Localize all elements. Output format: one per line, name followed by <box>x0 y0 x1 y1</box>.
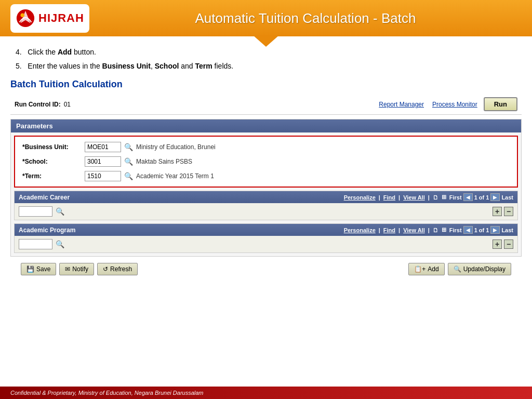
update-display-button[interactable]: 🔍 Update/Display <box>448 263 511 275</box>
academic-career-view-all-link[interactable]: View All <box>403 194 425 201</box>
notify-icon: ✉ <box>65 265 70 273</box>
run-control-bar: Run Control ID: 01 Report Manager Proces… <box>10 94 522 115</box>
parameters-header: Parameters <box>11 119 521 132</box>
header-notch <box>253 35 279 47</box>
school-search-icon[interactable]: 🔍 <box>124 157 133 166</box>
school-input[interactable] <box>85 156 121 167</box>
academic-program-title: Academic Program <box>19 227 75 234</box>
academic-career-next-btn[interactable]: ▶ <box>490 193 500 201</box>
school-description: Maktab Sains PSBS <box>136 158 192 165</box>
process-monitor-link[interactable]: Process Monitor <box>432 101 477 108</box>
refresh-button[interactable]: ↺ Refresh <box>97 263 138 275</box>
academic-career-personalize-link[interactable]: Personalize <box>344 194 376 201</box>
academic-career-header: Academic Career Personalize | Find | Vie… <box>15 191 517 203</box>
grid-icon-1: 🗋 <box>433 194 438 201</box>
add-icon: 📋+ <box>414 265 425 273</box>
footer: Confidential & Proprietary, Ministry of … <box>0 387 532 399</box>
school-row: *School: 🔍 Maktab Sains PSBS <box>22 156 510 167</box>
term-label: *Term: <box>22 172 85 180</box>
academic-program-personalize-link[interactable]: Personalize <box>344 227 376 233</box>
grid-icon-2: ⊞ <box>442 194 446 201</box>
academic-program-nav: First ◀ 1 of 1 ▶ Last <box>449 226 513 234</box>
academic-program-header: Academic Program Personalize | Find | Vi… <box>15 224 517 236</box>
academic-career-section: Academic Career Personalize | Find | Vie… <box>14 191 518 220</box>
add-button[interactable]: 📋+ Add <box>408 263 444 275</box>
academic-career-remove-btn[interactable]: − <box>504 207 513 216</box>
academic-career-prev-btn[interactable]: ◀ <box>463 193 473 201</box>
save-icon: 💾 <box>26 265 34 273</box>
academic-program-view-all-link[interactable]: View All <box>403 227 425 233</box>
run-control-links: Report Manager Process Monitor <box>379 101 477 108</box>
instruction-step5: 5. Enter the values in the Business Unit… <box>16 60 516 73</box>
run-control-value: 01 <box>64 101 71 108</box>
academic-program-remove-btn[interactable]: − <box>504 240 513 249</box>
form-panel: Parameters *Business Unit: 🔍 Ministry of… <box>10 119 522 257</box>
academic-program-next-btn[interactable]: ▶ <box>490 226 500 234</box>
business-unit-label: *Business Unit: <box>22 143 85 151</box>
business-unit-search-icon[interactable]: 🔍 <box>124 143 133 151</box>
run-control-label: Run Control ID: <box>15 101 61 108</box>
academic-career-controls: Personalize | Find | View All | 🗋 ⊞ Firs… <box>344 193 513 201</box>
svg-point-2 <box>21 14 25 18</box>
term-row: *Term: 🔍 Academic Year 2015 Term 1 <box>22 171 510 181</box>
parameters-fields: *Business Unit: 🔍 Ministry of Education,… <box>14 136 518 188</box>
run-button[interactable]: Run <box>484 97 517 111</box>
academic-career-add-remove: + − <box>493 207 513 216</box>
academic-career-nav: First ◀ 1 of 1 ▶ Last <box>449 193 513 201</box>
term-description: Academic Year 2015 Term 1 <box>136 172 214 180</box>
academic-career-find-link[interactable]: Find <box>383 194 395 201</box>
academic-program-search-icon[interactable]: 🔍 <box>56 240 64 248</box>
header: HIJRAH Automatic Tuition Calculation - B… <box>0 0 532 36</box>
term-search-icon[interactable]: 🔍 <box>124 172 133 180</box>
academic-program-body: 🔍 + − <box>15 236 517 252</box>
right-buttons: 📋+ Add 🔍 Update/Display <box>405 263 511 275</box>
business-unit-row: *Business Unit: 🔍 Ministry of Education,… <box>22 142 510 152</box>
academic-career-title: Academic Career <box>19 194 70 201</box>
grid-icon-3: 🗋 <box>433 227 438 233</box>
academic-career-body: 🔍 + − <box>15 203 517 220</box>
term-input[interactable] <box>85 171 121 181</box>
logo-text: HIJRAH <box>38 11 84 25</box>
academic-career-add-btn[interactable]: + <box>493 207 502 216</box>
header-title: Automatic Tuition Calculation - Batch <box>89 10 522 26</box>
academic-program-input[interactable] <box>19 239 52 249</box>
footer-text: Confidential & Proprietary, Ministry of … <box>10 390 204 396</box>
update-display-icon: 🔍 <box>454 265 461 273</box>
academic-program-prev-btn[interactable]: ◀ <box>463 226 473 234</box>
grid-icon-4: ⊞ <box>442 227 446 233</box>
save-button[interactable]: 💾 Save <box>21 263 56 275</box>
academic-career-input[interactable] <box>19 206 52 217</box>
notify-button[interactable]: ✉ Notify <box>59 263 94 275</box>
logo-icon <box>16 8 35 28</box>
logo-area: HIJRAH <box>10 4 89 33</box>
business-unit-input[interactable] <box>85 142 121 152</box>
main-content: Batch Tuition Calculation Run Control ID… <box>0 79 532 285</box>
academic-program-add-remove: + − <box>493 240 513 249</box>
academic-program-controls: Personalize | Find | View All | 🗋 ⊞ Firs… <box>344 226 513 234</box>
instruction-step4: 4. Click the Add button. <box>16 46 516 59</box>
academic-program-section: Academic Program Personalize | Find | Vi… <box>14 223 518 253</box>
page-title: Batch Tuition Calculation <box>10 79 522 90</box>
academic-career-search-icon[interactable]: 🔍 <box>56 207 64 216</box>
school-label: *School: <box>22 158 85 165</box>
academic-program-add-btn[interactable]: + <box>493 240 502 249</box>
refresh-icon: ↺ <box>103 265 108 273</box>
academic-program-find-link[interactable]: Find <box>383 227 395 233</box>
bottom-toolbar: 💾 Save ✉ Notify ↺ Refresh 📋+ Add 🔍 Updat… <box>10 259 522 280</box>
report-manager-link[interactable]: Report Manager <box>379 101 424 108</box>
business-unit-description: Ministry of Education, Brunei <box>136 143 216 151</box>
